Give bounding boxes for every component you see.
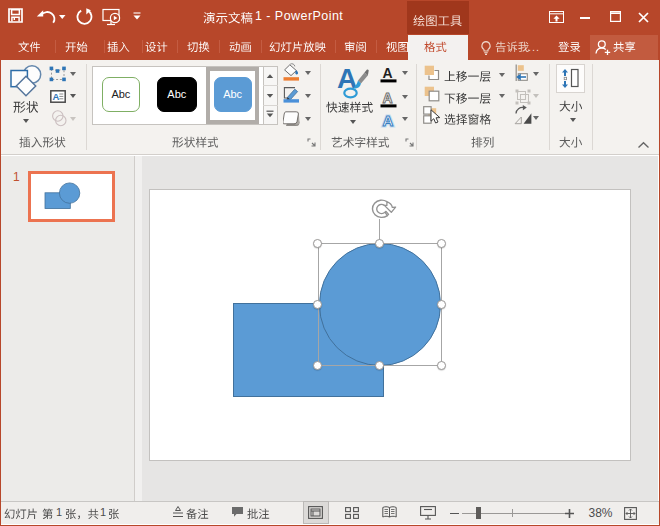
svg-text:A: A [383,66,393,81]
svg-text:A: A [383,112,394,129]
svg-text:A: A [53,90,60,101]
svg-text:A: A [383,91,393,106]
